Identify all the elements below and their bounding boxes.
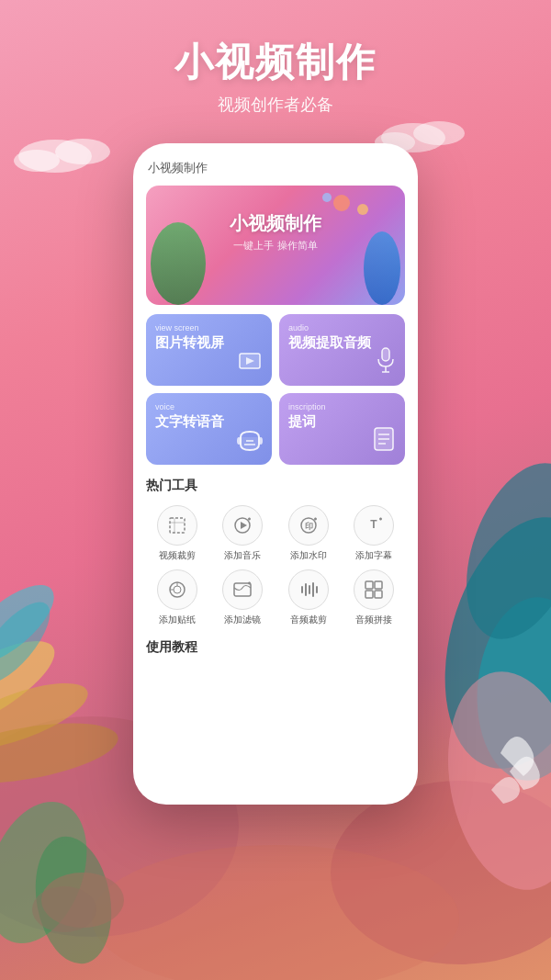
svg-rect-60	[309, 585, 310, 594]
svg-rect-64	[375, 581, 382, 589]
svg-marker-41	[241, 522, 247, 529]
banner-figure-left	[151, 222, 206, 305]
svg-rect-58	[301, 586, 303, 593]
banner-main-text: 小视频制作	[230, 211, 321, 236]
tool-icon-add-music	[222, 505, 263, 546]
banner-deco-circle1	[333, 195, 350, 211]
tool-icon-add-subtitle: T	[354, 505, 394, 546]
tool-icon-add-watermark: 印	[288, 505, 329, 546]
svg-rect-65	[365, 591, 373, 598]
tutorial-title: 使用教程	[146, 639, 405, 656]
header: 小视频制作 视频创作者必备	[0, 0, 551, 134]
phone-mockup: 小视频制作 小视频制作 一键上手 操作简单 view screen 图片转视屏	[133, 143, 418, 805]
svg-rect-59	[305, 583, 307, 596]
banner-deco-circle3	[322, 193, 332, 202]
tool-icon-audio-merge	[354, 569, 394, 610]
feature-card-label-1: audio	[288, 323, 396, 332]
tool-icon-add-filter	[222, 569, 263, 610]
banner[interactable]: 小视频制作 一键上手 操作简单	[146, 186, 405, 305]
tool-item-video-crop[interactable]: 视频裁剪	[146, 505, 208, 562]
feature-card-icon-2	[237, 428, 263, 457]
feature-grid: view screen 图片转视屏 audio 视频提取音频	[146, 314, 405, 465]
svg-point-52	[174, 586, 181, 593]
tool-item-audio-merge[interactable]: 音频拼接	[343, 569, 406, 626]
tool-item-audio-crop[interactable]: 音频裁剪	[277, 569, 340, 626]
tool-label-4: 添加贴纸	[159, 614, 196, 626]
tool-item-add-subtitle[interactable]: T 添加字幕	[343, 505, 406, 562]
feature-card-icon-0	[239, 353, 263, 378]
feature-card-icon-3	[372, 426, 396, 457]
tools-grid: 视频裁剪 添加音乐 印	[146, 505, 405, 626]
tool-label-6: 音频裁剪	[290, 614, 327, 626]
svg-rect-61	[312, 582, 314, 597]
tool-label-0: 视频裁剪	[159, 549, 196, 562]
app-subtitle: 视频创作者必备	[0, 94, 551, 116]
svg-rect-66	[375, 591, 382, 598]
banner-deco-circle2	[357, 204, 368, 215]
feature-card-label-2: voice	[155, 402, 263, 411]
svg-text:印: 印	[304, 522, 312, 531]
tool-item-add-music[interactable]: 添加音乐	[212, 505, 275, 562]
feature-card-view-screen[interactable]: view screen 图片转视屏	[146, 314, 272, 386]
svg-rect-26	[382, 348, 389, 361]
tool-icon-video-crop	[157, 505, 197, 546]
svg-rect-62	[316, 586, 318, 593]
svg-rect-63	[365, 581, 373, 589]
feature-card-label-0: view screen	[155, 323, 263, 332]
banner-figure-right	[364, 231, 400, 305]
feature-card-icon-1	[376, 347, 396, 378]
tool-label-2: 添加水印	[290, 549, 327, 562]
feature-card-label-3: inscription	[288, 402, 396, 411]
hot-tools-title: 热门工具	[146, 478, 405, 494]
feature-card-audio[interactable]: audio 视频提取音频	[279, 314, 405, 386]
tool-label-1: 添加音乐	[224, 549, 261, 562]
tool-item-add-filter[interactable]: 添加滤镜	[212, 569, 275, 626]
svg-rect-37	[170, 518, 185, 533]
tool-icon-add-sticker	[157, 569, 197, 610]
phone-wrapper: 小视频制作 小视频制作 一键上手 操作简单 view screen 图片转视屏	[0, 143, 551, 805]
tool-item-add-sticker[interactable]: 添加贴纸	[146, 569, 208, 626]
feature-card-voice[interactable]: voice 文字转语音	[146, 393, 272, 465]
tool-label-7: 音频拼接	[355, 614, 392, 626]
feature-card-title-0: 图片转视屏	[155, 334, 263, 352]
tool-label-5: 添加滤镜	[224, 614, 261, 626]
banner-sub-text: 一键上手 操作简单	[233, 239, 317, 253]
app-title: 小视频制作	[0, 37, 551, 88]
phone-app-title: 小视频制作	[146, 160, 405, 176]
tool-icon-audio-crop	[288, 569, 329, 610]
tool-item-add-watermark[interactable]: 印 添加水印	[277, 505, 340, 562]
feature-card-inscription[interactable]: inscription 提词	[279, 393, 405, 465]
svg-text:T: T	[371, 518, 378, 531]
tool-label-3: 添加字幕	[355, 549, 392, 562]
